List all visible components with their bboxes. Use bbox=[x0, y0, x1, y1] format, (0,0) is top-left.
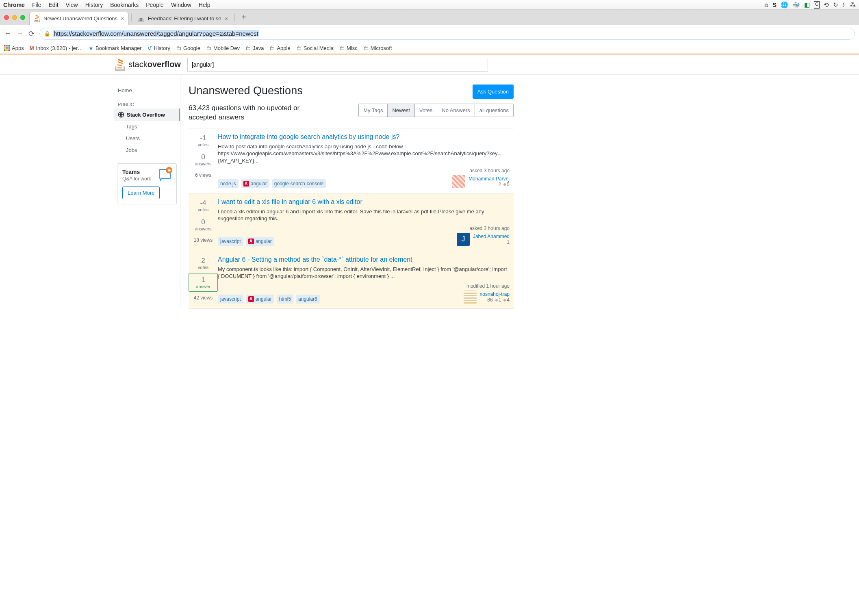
question-meta: asked 3 hours ago J Jabed Ahammed 1 bbox=[457, 226, 510, 246]
back-button[interactable]: ← bbox=[4, 29, 11, 38]
app-icon[interactable]: ◧ bbox=[804, 1, 810, 9]
user-link[interactable]: Jabed Ahammed bbox=[473, 234, 510, 239]
question-body: I want to edit a xls file in angular 6 w… bbox=[218, 198, 510, 246]
sync-icon[interactable]: ⟲ bbox=[824, 1, 829, 9]
tag-javascript[interactable]: javascript bbox=[218, 237, 243, 246]
apps-shortcut[interactable]: Apps bbox=[4, 45, 24, 51]
mac-menu-bookmarks[interactable]: Bookmarks bbox=[110, 2, 139, 8]
docker-icon[interactable]: 🐳 bbox=[792, 1, 800, 9]
tag-angular[interactable]: Aangular bbox=[241, 179, 269, 188]
so-logo[interactable]: stackoverflow bbox=[115, 59, 181, 71]
user-link[interactable]: Mohammad Parvej bbox=[469, 176, 510, 182]
mac-menu-window[interactable]: Window bbox=[171, 2, 191, 8]
user-link[interactable]: nosnahoj-trap bbox=[480, 291, 510, 297]
close-tab-icon[interactable]: × bbox=[225, 15, 228, 22]
question-title[interactable]: I want to edit a xls file in angular 6 w… bbox=[218, 198, 510, 206]
question-excerpt: My component.ts looks like this: import … bbox=[218, 266, 510, 280]
mac-menu-edit[interactable]: Edit bbox=[48, 2, 58, 8]
url-text: https://stackoverflow.com/unanswered/tag… bbox=[53, 30, 259, 37]
filter-tab-my-tags[interactable]: My Tags bbox=[359, 104, 387, 117]
bookmark-folder-social[interactable]: 🗀Social Media bbox=[296, 45, 334, 51]
browser-tab-2[interactable]: Feedback: Filtering I want to se × bbox=[134, 12, 232, 25]
filter-tab-votes[interactable]: Votes bbox=[414, 104, 437, 117]
mac-menu-view[interactable]: View bbox=[66, 2, 78, 8]
ask-question-button[interactable]: Ask Question bbox=[473, 85, 514, 99]
tag-angular[interactable]: Aangular bbox=[246, 295, 274, 304]
meta-when: asked 3 hours ago bbox=[457, 226, 510, 231]
answers-box: 0 answers bbox=[189, 215, 218, 234]
bluetooth-icon[interactable]: ⁂ bbox=[850, 1, 856, 9]
browser-tab-1[interactable]: Newest Unanswered Questions × bbox=[29, 12, 129, 25]
nav-jobs[interactable]: Jobs bbox=[114, 144, 180, 156]
user-avatar[interactable] bbox=[464, 291, 477, 304]
search-input[interactable] bbox=[187, 58, 488, 72]
votes-label: votes bbox=[189, 265, 218, 270]
wifi-icon[interactable]: ⧙ bbox=[842, 1, 846, 9]
new-tab-button[interactable]: + bbox=[237, 13, 250, 22]
bookmark-folder-apple[interactable]: 🗀Apple bbox=[269, 45, 290, 51]
bookmark-folder-mobile[interactable]: 🗀Mobile Dev bbox=[206, 45, 240, 51]
nav-tags[interactable]: Tags bbox=[114, 121, 180, 132]
nav-home[interactable]: Home bbox=[114, 85, 180, 96]
question-title[interactable]: Angular 6 - Setting a method as the `dat… bbox=[218, 256, 510, 263]
bookmark-label: Bookmark Manager bbox=[95, 45, 141, 51]
zoom-window-button[interactable] bbox=[20, 15, 25, 20]
question-body: Angular 6 - Setting a method as the `dat… bbox=[218, 256, 510, 304]
filter-tab-no-answers[interactable]: No Answers bbox=[437, 104, 474, 117]
tag-angular6[interactable]: angular6 bbox=[296, 295, 320, 304]
nav-users[interactable]: Users bbox=[114, 132, 180, 144]
tag-javascript[interactable]: javascript bbox=[218, 295, 243, 304]
dropbox-icon[interactable]: ⧈ bbox=[764, 1, 768, 9]
timemachine-icon[interactable]: ↻ bbox=[833, 1, 838, 9]
folder-icon: 🗀 bbox=[176, 45, 181, 51]
mac-menu-history[interactable]: History bbox=[85, 2, 103, 8]
square-c-icon[interactable]: C bbox=[814, 1, 820, 9]
question-title[interactable]: How to integrate into google search anal… bbox=[218, 133, 510, 141]
angular-icon: A bbox=[248, 296, 254, 302]
mac-menu-file[interactable]: File bbox=[32, 2, 41, 8]
minimize-window-button[interactable] bbox=[12, 15, 17, 20]
user-rep: 25 bbox=[469, 182, 510, 187]
bookmark-folder-java[interactable]: 🗀Java bbox=[245, 45, 264, 51]
skype-icon[interactable]: S bbox=[772, 1, 777, 9]
answers-box: 1 answer bbox=[189, 273, 218, 292]
mac-menu-people[interactable]: People bbox=[146, 2, 164, 8]
nav-stackoverflow[interactable]: Stack Overflow bbox=[114, 108, 180, 121]
svg-rect-1 bbox=[6, 45, 8, 47]
svg-rect-4 bbox=[6, 47, 8, 49]
user-avatar[interactable]: J bbox=[457, 233, 470, 246]
learn-more-button[interactable]: Learn More bbox=[122, 187, 160, 199]
bookmark-history[interactable]: ↺History bbox=[148, 45, 170, 51]
main-content: Unanswered Questions Ask Question 63,423… bbox=[180, 75, 514, 309]
globe-icon[interactable]: 🌐 bbox=[781, 1, 788, 9]
forward-button[interactable]: → bbox=[16, 29, 24, 38]
tag-node.js[interactable]: node.js bbox=[218, 179, 239, 188]
bookmark-label: Mobile Dev bbox=[213, 45, 240, 51]
question-excerpt: I need a xls editor in angular 6 and imp… bbox=[218, 208, 510, 222]
reload-button[interactable]: ⟳ bbox=[28, 29, 35, 38]
badge-count: 1 bbox=[499, 297, 501, 303]
bookmark-folder-misc[interactable]: 🗀Misc bbox=[339, 45, 358, 51]
user-avatar[interactable] bbox=[452, 175, 465, 188]
globe-icon bbox=[118, 111, 124, 118]
mac-menu-help[interactable]: Help bbox=[199, 2, 210, 8]
address-bar[interactable]: 🔒 https://stackoverflow.com/unanswered/t… bbox=[39, 28, 855, 40]
filter-tab-newest[interactable]: Newest bbox=[387, 104, 414, 117]
close-window-button[interactable] bbox=[4, 15, 9, 20]
browser-tabs: Newest Unanswered Questions × Feedback: … bbox=[0, 10, 859, 25]
tag-google-search-console[interactable]: google-search-console bbox=[272, 179, 326, 188]
stackoverflow-icon bbox=[115, 59, 126, 71]
question-row: -4 votes 0 answers 18 views I want to ed… bbox=[189, 193, 514, 251]
bookmark-folder-microsoft[interactable]: 🗀Microsoft bbox=[363, 45, 392, 51]
close-tab-icon[interactable]: × bbox=[121, 15, 124, 22]
filter-tab-all-questions[interactable]: all questions bbox=[475, 104, 513, 117]
question-stats: -4 votes 0 answers 18 views bbox=[189, 198, 218, 246]
bookmark-inbox[interactable]: MInbox (3,620) - jer… bbox=[30, 45, 83, 51]
bookmark-label: Misc bbox=[347, 45, 358, 51]
svg-rect-7 bbox=[6, 50, 8, 51]
bookmark-folder-google[interactable]: 🗀Google bbox=[176, 45, 200, 51]
bookmark-manager[interactable]: ★Bookmark Manager bbox=[89, 45, 141, 51]
tag-html5[interactable]: html5 bbox=[277, 295, 293, 304]
votes-label: votes bbox=[189, 142, 218, 147]
tag-angular[interactable]: Aangular bbox=[246, 237, 274, 246]
